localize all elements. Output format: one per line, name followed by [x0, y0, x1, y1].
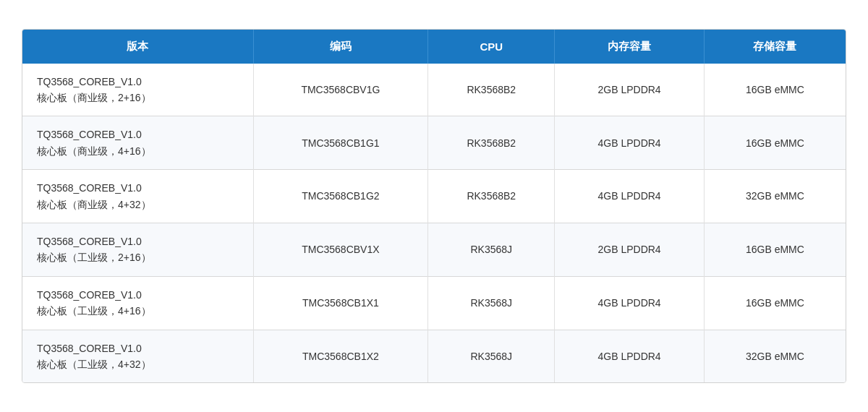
header-version: 版本 [22, 30, 253, 64]
header-memory: 内存容量 [555, 30, 704, 64]
cell-memory: 4GB LPDDR4 [555, 170, 704, 223]
version-line1: TQ3568_COREB_V1.0 [37, 343, 142, 354]
cell-code: TMC3568CBV1X [253, 223, 428, 277]
cell-code: TMC3568CB1X1 [253, 276, 428, 330]
version-line1: TQ3568_COREB_V1.0 [37, 76, 142, 87]
version-line2: 核心板（商业级，2+16） [37, 92, 151, 103]
cell-cpu: RK3568B2 [428, 116, 555, 170]
cell-storage: 32GB eMMC [704, 170, 846, 223]
cell-code: TMC3568CB1G2 [253, 170, 428, 223]
cell-storage: 16GB eMMC [704, 223, 846, 277]
version-line2: 核心板（工业级，4+32） [37, 359, 151, 370]
cell-storage: 16GB eMMC [704, 276, 846, 330]
table-header-row: 版本 编码 CPU 内存容量 存储容量 [22, 30, 846, 64]
cell-storage: 16GB eMMC [704, 64, 846, 116]
product-table-wrapper: 版本 编码 CPU 内存容量 存储容量 TQ3568_COREB_V1.0核心板… [22, 29, 846, 384]
cell-memory: 4GB LPDDR4 [555, 330, 704, 382]
cell-cpu: RK3568J [428, 223, 555, 277]
table-row: TQ3568_COREB_V1.0核心板（商业级，4+32）TMC3568CB1… [22, 170, 846, 223]
version-line2: 核心板（商业级，4+16） [37, 145, 151, 157]
version-line1: TQ3568_COREB_V1.0 [37, 129, 142, 140]
cell-code: TMC3568CB1G1 [253, 116, 428, 170]
header-code: 编码 [253, 30, 428, 64]
table-row: TQ3568_COREB_V1.0核心板（工业级，2+16）TMC3568CBV… [22, 223, 846, 277]
version-line2: 核心板（工业级，4+16） [37, 305, 151, 317]
table-row: TQ3568_COREB_V1.0核心板（商业级，2+16）TMC3568CBV… [22, 64, 846, 116]
cell-code: TMC3568CB1X2 [253, 330, 428, 382]
cell-cpu: RK3568J [428, 276, 555, 330]
table-row: TQ3568_COREB_V1.0核心板（工业级，4+16）TMC3568CB1… [22, 276, 846, 330]
cell-version: TQ3568_COREB_V1.0核心板（工业级，4+16） [22, 276, 253, 330]
version-line1: TQ3568_COREB_V1.0 [37, 289, 142, 301]
version-line2: 核心板（商业级，4+32） [37, 199, 151, 210]
cell-version: TQ3568_COREB_V1.0核心板（商业级，4+32） [22, 170, 253, 223]
cell-version: TQ3568_COREB_V1.0核心板（商业级，2+16） [22, 64, 253, 116]
cell-cpu: RK3568B2 [428, 64, 555, 116]
cell-version: TQ3568_COREB_V1.0核心板（工业级，4+32） [22, 330, 253, 382]
cell-memory: 2GB LPDDR4 [555, 64, 704, 116]
header-cpu: CPU [428, 30, 555, 64]
cell-version: TQ3568_COREB_V1.0核心板（商业级，4+16） [22, 116, 253, 170]
table-row: TQ3568_COREB_V1.0核心板（工业级，4+32）TMC3568CB1… [22, 330, 846, 382]
table-row: TQ3568_COREB_V1.0核心板（商业级，4+16）TMC3568CB1… [22, 116, 846, 170]
cell-cpu: RK3568B2 [428, 170, 555, 223]
cell-storage: 16GB eMMC [704, 116, 846, 170]
header-storage: 存储容量 [704, 30, 846, 64]
cell-storage: 32GB eMMC [704, 330, 846, 382]
cell-memory: 4GB LPDDR4 [555, 276, 704, 330]
version-line1: TQ3568_COREB_V1.0 [37, 182, 142, 194]
cell-cpu: RK3568J [428, 330, 555, 382]
version-line1: TQ3568_COREB_V1.0 [37, 236, 142, 247]
cell-code: TMC3568CBV1G [253, 64, 428, 116]
cell-memory: 2GB LPDDR4 [555, 223, 704, 277]
cell-version: TQ3568_COREB_V1.0核心板（工业级，2+16） [22, 223, 253, 277]
cell-memory: 4GB LPDDR4 [555, 116, 704, 170]
version-line2: 核心板（工业级，2+16） [37, 252, 151, 263]
product-table: 版本 编码 CPU 内存容量 存储容量 TQ3568_COREB_V1.0核心板… [22, 30, 846, 383]
